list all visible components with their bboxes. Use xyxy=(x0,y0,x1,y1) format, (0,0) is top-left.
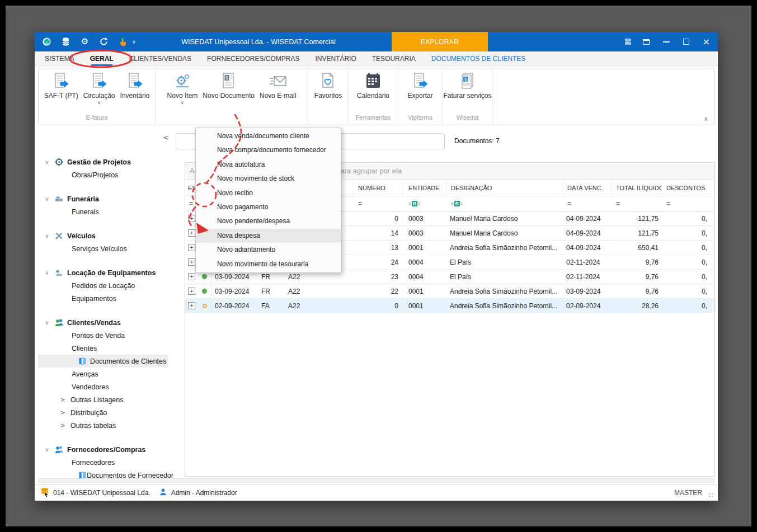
sidebar-item-funerais[interactable]: Funerais xyxy=(38,205,173,218)
statusbar-company[interactable]: 014 - WISEDAT Unipessoal Lda. xyxy=(53,489,151,497)
filter-designacao[interactable]: aBc xyxy=(446,196,563,211)
minimize-button[interactable] xyxy=(663,41,670,43)
filter-total[interactable]: = xyxy=(612,196,662,211)
wisedat-logo-icon[interactable]: c xyxy=(41,36,52,47)
restore-window-icon[interactable] xyxy=(643,39,650,45)
horizontal-scrollbar[interactable] xyxy=(38,478,714,483)
row-expand-icon[interactable]: + xyxy=(188,258,195,266)
hand-pointer-dropdown-icon[interactable]: ∨ xyxy=(132,39,136,45)
settings-gear-icon[interactable]: ⚙ xyxy=(79,36,90,47)
sidebar-item-clientes[interactable]: Clientes xyxy=(38,342,173,355)
favoritos-button[interactable]: Favoritos xyxy=(313,71,344,114)
column-header-numero[interactable]: NÚMERO xyxy=(354,180,403,196)
maximize-button[interactable] xyxy=(683,39,689,45)
sidebar-item-fornecedores[interactable]: Fornecedores xyxy=(38,456,173,469)
status-dot-green xyxy=(202,289,207,294)
app-window: c ⚙ ∨ WISEDAT Unipessoal Lda. - WISEDAT … xyxy=(35,32,718,501)
ribbon-group-label: E-fatura xyxy=(39,114,155,125)
database-status-icon xyxy=(40,487,49,498)
new-item-gears-icon xyxy=(173,72,192,90)
calendario-button[interactable]: Calendário xyxy=(355,71,391,114)
menu-item-novo-movimento-stock[interactable]: Novo movimento de stock xyxy=(196,172,341,186)
table-row-selected[interactable]: + 02-09-2024 FA A22 0 0001 Andreia Sofia… xyxy=(185,299,714,313)
filter-descontos[interactable]: = xyxy=(662,196,714,211)
titlebar: c ⚙ ∨ WISEDAT Unipessoal Lda. - WISEDAT … xyxy=(35,32,718,51)
inventario-efatura-button[interactable]: Inventário xyxy=(119,71,152,114)
sidebar-group-clientes-vendas[interactable]: ∨ Clientes/Vendas xyxy=(38,316,173,329)
filter-entidade[interactable]: aBc xyxy=(403,196,446,211)
sidebar-collapse-icon[interactable]: < xyxy=(163,133,169,142)
tab-documentos-de-clientes[interactable]: DOCUMENTOS DE CLIENTES xyxy=(431,51,525,66)
hand-pointer-icon[interactable] xyxy=(117,36,128,47)
tab-inventario[interactable]: INVENTÁRIO xyxy=(315,51,356,66)
column-header-descontos[interactable]: DESCONTOS xyxy=(662,180,714,196)
menu-item-nova-venda[interactable]: Nova venda/documento cliente xyxy=(196,129,341,143)
ribbon-group-ferramentas: Calendário Ferramentas xyxy=(349,68,398,125)
document-export-icon xyxy=(125,72,144,90)
sidebar-group-locacao[interactable]: ∨ Locação de Equipamentos xyxy=(38,266,173,279)
novo-item-button[interactable]: Novo Item ∨ xyxy=(166,71,200,114)
sidebar-item-equipamentos[interactable]: Equipamentos xyxy=(38,292,173,305)
column-header-data-venc[interactable]: DATA VENC. xyxy=(563,180,612,196)
filter-numero[interactable]: = xyxy=(354,196,403,211)
sidebar-item-vendedores[interactable]: Vendedores xyxy=(38,380,173,393)
column-header-total-iliquido[interactable]: TOTAL ILÍQUIDO xyxy=(612,180,662,196)
menu-item-novo-recibo[interactable]: Novo recibo xyxy=(196,186,341,200)
row-expand-icon[interactable]: + xyxy=(188,288,195,295)
statusbar-user[interactable]: Admin - Administrador xyxy=(171,489,237,497)
faturar-servicos-button[interactable]: $ Faturar serviços xyxy=(441,71,493,114)
tab-tesouraria[interactable]: TESOURARIA xyxy=(372,51,416,66)
exportar-button[interactable]: Exportar xyxy=(406,71,434,114)
equals-filter-icon: = xyxy=(567,200,571,208)
sidebar-item-servicos-veiculos[interactable]: Serviços Veículos xyxy=(38,242,173,255)
column-header-designacao[interactable]: DESIGNAÇÃO xyxy=(446,180,563,196)
menu-item-novo-adiantamento[interactable]: Novo adiantamento xyxy=(196,243,341,257)
sidebar-group-gestao-de-projetos[interactable]: ∨ Gestão de Projetos xyxy=(38,156,173,168)
ribbon-group-label: Ferramentas xyxy=(349,114,398,125)
menu-item-nova-autofatura[interactable]: Nova autofatura xyxy=(196,158,341,172)
tab-sistema[interactable]: SISTEMA xyxy=(45,51,74,66)
table-row[interactable]: + 03-09-2024 FR A22 22 0001 Andreia Sofi… xyxy=(185,284,714,299)
ribbon: SAF-T (PT) Circulação ∨ Inventário E-fat… xyxy=(35,67,718,129)
menu-item-novo-pendente-despesa[interactable]: Novo pendente/despesa xyxy=(196,214,341,228)
chevron-down-icon: ∨ xyxy=(45,270,55,276)
circulacao-button[interactable]: Circulação ∨ xyxy=(82,71,117,114)
menu-item-nova-compra[interactable]: Nova compra/documento fornecedor xyxy=(196,143,341,157)
row-expand-icon[interactable]: + xyxy=(188,229,195,237)
close-button[interactable]: × xyxy=(703,37,710,46)
sidebar-item-avencas[interactable]: Avenças xyxy=(38,368,173,380)
explorar-tab[interactable]: EXPLORAR xyxy=(392,32,488,51)
ribbon-collapse-icon[interactable]: ∧ xyxy=(704,115,708,123)
sidebar-item-outras-tabelas[interactable]: > Outras tabelas xyxy=(38,419,173,432)
tab-geral[interactable]: GERAL xyxy=(90,51,114,66)
sidebar-group-fornecedores-compras[interactable]: ∨ Fornecedores/Compras xyxy=(38,443,173,456)
database-icon[interactable] xyxy=(60,36,71,47)
row-expand-icon[interactable]: + xyxy=(188,244,195,251)
equals-filter-icon: = xyxy=(358,200,362,208)
sidebar-group-veiculos[interactable]: ∨ Veículos xyxy=(38,229,173,242)
sidebar-item-distribuicao[interactable]: > Distribuição xyxy=(38,406,173,419)
menu-item-novo-pagamento[interactable]: Novo pagamento xyxy=(196,200,341,214)
layout-grid-icon[interactable]: ∨ xyxy=(625,39,629,45)
row-expand-icon[interactable]: + xyxy=(188,273,195,280)
sidebar-item-obras-projetos[interactable]: Obras/Projetos xyxy=(38,168,173,181)
sidebar-item-pontos-de-venda[interactable]: Pontos de Venda xyxy=(38,329,173,342)
saft-pt-button[interactable]: SAF-T (PT) xyxy=(43,71,80,114)
sidebar-group-funeraria[interactable]: ∨ Funerária xyxy=(38,192,173,205)
tab-fornecedores-compras[interactable]: FORNECEDORES/COMPRAS xyxy=(207,51,299,66)
row-expand-icon[interactable]: + xyxy=(188,302,195,309)
resize-grip[interactable] xyxy=(709,493,710,495)
sidebar-item-pedidos-de-locacao[interactable]: Pedidos de Locação xyxy=(38,279,173,292)
tab-clientes-vendas[interactable]: CLIENTES/VENDAS xyxy=(129,51,191,66)
novo-documento-button[interactable]: $ Novo Documento xyxy=(201,71,256,114)
sidebar-item-outras-listagens[interactable]: > Outras Listagens xyxy=(38,393,173,406)
column-header-entidade[interactable]: ENTIDADE xyxy=(403,180,446,196)
menu-item-novo-movimento-tesouraria[interactable]: Novo movimento de tesouraria xyxy=(196,257,341,271)
refresh-icon[interactable] xyxy=(98,36,109,47)
calendar-icon xyxy=(364,72,383,90)
row-expand-icon[interactable]: + xyxy=(188,215,195,222)
sidebar-item-documentos-de-clientes[interactable]: Documentos de Clientes xyxy=(38,355,168,368)
filter-data-venc[interactable]: = xyxy=(563,196,612,211)
novo-email-button[interactable]: Novo E-mail xyxy=(258,71,298,114)
menu-item-nova-despesa[interactable]: Nova despesa xyxy=(196,229,341,243)
